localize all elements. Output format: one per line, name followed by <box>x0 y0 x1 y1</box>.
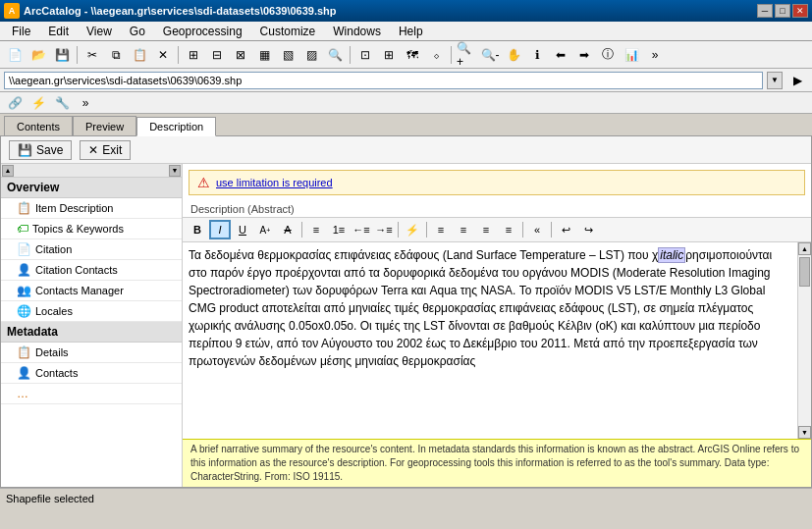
sidebar-item-citation-contacts[interactable]: 👤 Citation Contacts <box>1 260 182 281</box>
menu-file[interactable]: File <box>4 22 38 40</box>
rte-bold[interactable]: B <box>187 220 208 239</box>
window-title: ArcCatalog - \\aegean.gr\services\sdi-da… <box>24 5 337 17</box>
text-scrollbar[interactable]: ▲ ▼ <box>797 242 811 439</box>
toolbar-btn5[interactable]: ▧ <box>277 44 298 66</box>
sidebar-item-contacts-manager[interactable]: 👥 Contacts Manager <box>1 281 182 301</box>
toolbar-sep3 <box>350 46 351 64</box>
toolbar-btn11[interactable]: ⬦ <box>425 44 447 66</box>
toolbar-extra[interactable]: 📊 <box>621 44 642 66</box>
sidebar-item-description[interactable]: 📋 Item Description <box>1 198 182 219</box>
rte-undo[interactable]: ↩ <box>555 220 576 239</box>
minimize-button[interactable]: ─ <box>757 4 773 18</box>
toolbar-btn10[interactable]: 🗺 <box>402 44 423 66</box>
sidebar-item-details[interactable]: 📋 Details <box>1 343 182 363</box>
toolbar-btn6[interactable]: ▨ <box>300 44 322 66</box>
sidebar-item-topics-label: Topics & Keywords <box>32 223 124 235</box>
window-controls[interactable]: ─ □ ✕ <box>757 4 808 18</box>
text-area-content[interactable]: Τα δεδομένα θερμοκρασίας επιφάνειας εδάφ… <box>183 242 797 439</box>
toolbar-identify[interactable]: ℹ <box>526 44 548 66</box>
warning-link[interactable]: use limitation is required <box>216 177 333 188</box>
rte-align-left[interactable]: ≡ <box>430 220 452 239</box>
toolbar-copy[interactable]: ⧉ <box>105 44 127 66</box>
menu-geoprocessing[interactable]: Geoprocessing <box>155 22 250 40</box>
sidebar-item-topics[interactable]: 🏷 Topics & Keywords <box>1 219 182 239</box>
toolbar-btn1[interactable]: ⊞ <box>183 44 204 66</box>
title-bar: A ArcCatalog - \\aegean.gr\services\sdi-… <box>0 0 812 22</box>
warning-icon: ⚠ <box>197 175 210 190</box>
toolbar-paste[interactable]: 📋 <box>129 44 150 66</box>
toolbar-delete[interactable]: ✕ <box>152 44 174 66</box>
exit-button[interactable]: ✕ Exit <box>80 140 131 160</box>
rte-align-right[interactable]: ≡ <box>475 220 497 239</box>
text-scroll-thumb[interactable] <box>799 257 810 287</box>
toolbar-btn8[interactable]: ⊡ <box>354 44 376 66</box>
item-contacts-mgr-icon: 👥 <box>17 284 31 297</box>
rte-italic[interactable]: I <box>209 220 231 239</box>
sidebar-item-locales[interactable]: 🌐 Locales <box>1 301 182 322</box>
toolbar-forward[interactable]: ➡ <box>573 44 595 66</box>
menu-customize[interactable]: Customize <box>252 22 324 40</box>
close-button[interactable]: ✕ <box>792 4 808 18</box>
toolbar-btn3[interactable]: ⊠ <box>230 44 251 66</box>
exit-label: Exit <box>102 143 122 157</box>
toolbar-open[interactable]: 📂 <box>27 44 49 66</box>
sidebar-item-contacts[interactable]: 👤 Contacts <box>1 363 182 384</box>
toolbar-save[interactable]: 💾 <box>51 44 73 66</box>
tb2-btn3[interactable]: 🔧 <box>51 92 73 114</box>
sidebar-scroll-up[interactable]: ▲ <box>2 165 14 177</box>
tb2-btn1[interactable]: 🔗 <box>4 92 26 114</box>
toolbar-zoom-out[interactable]: 🔍- <box>479 44 501 66</box>
toolbar-pan[interactable]: ✋ <box>503 44 524 66</box>
menu-view[interactable]: View <box>79 22 120 40</box>
address-input[interactable] <box>4 72 763 89</box>
tb2-btn2[interactable]: ⚡ <box>27 92 49 114</box>
rte-redo[interactable]: ↪ <box>577 220 599 239</box>
sidebar-section-metadata: Metadata <box>1 322 182 343</box>
toolbar-btn2[interactable]: ⊟ <box>206 44 228 66</box>
sidebar-section-overview: Overview <box>1 178 182 198</box>
rte-superscript[interactable]: A+ <box>254 220 276 239</box>
item-more-icon: … <box>17 387 28 400</box>
text-scroll-up[interactable]: ▲ <box>798 242 811 255</box>
menu-windows[interactable]: Windows <box>325 22 389 40</box>
tab-description[interactable]: Description <box>136 117 216 136</box>
sidebar-item-more[interactable]: … <box>1 384 182 404</box>
rte-blockquote[interactable]: « <box>526 220 548 239</box>
status-bar: Shapefile selected <box>0 488 812 507</box>
toolbar-chevron[interactable]: » <box>644 44 666 66</box>
tab-preview[interactable]: Preview <box>73 116 136 135</box>
rte-indent[interactable]: →≡ <box>373 220 395 239</box>
rte-align-center[interactable]: ≡ <box>453 220 474 239</box>
menu-go[interactable]: Go <box>122 22 153 40</box>
toolbar-zoom-in[interactable]: 🔍+ <box>456 44 477 66</box>
rte-align-justify[interactable]: ≡ <box>498 220 519 239</box>
toolbar-btn7[interactable]: 🔍 <box>324 44 346 66</box>
sidebar-scroll-down[interactable]: ▼ <box>169 165 181 177</box>
save-button[interactable]: 💾 Save <box>9 140 72 160</box>
menu-help[interactable]: Help <box>391 22 431 40</box>
rte-outdent[interactable]: ←≡ <box>351 220 372 239</box>
sidebar-item-contacts-label: Contacts <box>35 367 78 379</box>
item-contacts-icon: 👤 <box>17 366 31 380</box>
toolbar-cut[interactable]: ✂ <box>81 44 103 66</box>
rte-sep4 <box>522 222 523 238</box>
tab-contents[interactable]: Contents <box>4 116 73 135</box>
address-dropdown[interactable]: ▼ <box>767 72 783 89</box>
rte-underline[interactable]: U <box>232 220 253 239</box>
maximize-button[interactable]: □ <box>775 4 790 18</box>
toolbar-new[interactable]: 📄 <box>4 44 26 66</box>
toolbar-btn9[interactable]: ⊞ <box>378 44 400 66</box>
toolbar-btn4[interactable]: ▦ <box>253 44 275 66</box>
menu-edit[interactable]: Edit <box>40 22 77 40</box>
rte-link[interactable]: ⚡ <box>402 220 423 239</box>
item-topics-icon: 🏷 <box>17 222 28 236</box>
address-go[interactable]: ▶ <box>786 70 808 91</box>
tb2-btn4[interactable]: » <box>75 92 96 114</box>
sidebar-item-citation[interactable]: 📄 Citation <box>1 239 182 260</box>
text-scroll-down[interactable]: ▼ <box>798 426 811 439</box>
rte-strikethrough[interactable]: A <box>277 220 298 239</box>
rte-ordered-list[interactable]: 1≡ <box>328 220 350 239</box>
rte-unordered-list[interactable]: ≡ <box>305 220 327 239</box>
toolbar-info[interactable]: ⓘ <box>597 44 619 66</box>
toolbar-back[interactable]: ⬅ <box>550 44 571 66</box>
